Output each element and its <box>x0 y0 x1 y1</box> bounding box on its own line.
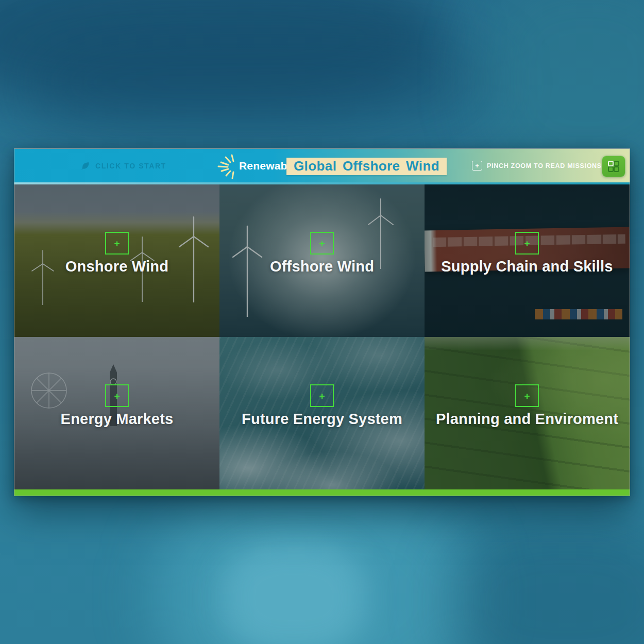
tile-onshore-wind[interactable]: + Onshore Wind <box>14 184 219 337</box>
click-to-start-label: CLICK TO START <box>95 162 166 170</box>
pinch-zoom-hint: + PINCH ZOOM TO READ MISSIONS <box>472 149 602 182</box>
tile-label: Onshore Wind <box>65 258 168 275</box>
plus-target-icon[interactable]: + <box>105 232 129 255</box>
background-blur-shape <box>222 541 366 644</box>
tile-content: + Future Energy System <box>219 337 425 482</box>
mission-tile-grid: + Onshore Wind <box>14 184 630 489</box>
tile-label: Offshore Wind <box>270 258 374 275</box>
tile-future-energy-system[interactable]: + Future Energy System <box>219 337 425 489</box>
header-bar: CLICK TO START Renewable UK Global Offsh… <box>14 149 630 182</box>
plus-target-icon[interactable]: + <box>515 384 539 407</box>
footer-accent-bar <box>14 489 630 496</box>
tile-content: + Planning and Enviroment <box>425 337 630 482</box>
background-blur-shape <box>448 520 644 644</box>
tile-supply-chain-and-skills[interactable]: + Supply Chain and Skills <box>425 184 630 337</box>
click-to-start[interactable]: CLICK TO START <box>80 149 166 182</box>
plus-target-icon[interactable]: + <box>310 232 334 255</box>
tile-content: + Supply Chain and Skills <box>425 184 630 330</box>
tile-content: + Offshore Wind <box>219 184 425 330</box>
tile-label: Energy Markets <box>61 411 174 428</box>
plus-target-icon[interactable]: + <box>105 384 129 407</box>
tile-offshore-wind[interactable]: + Offshore Wind <box>219 184 425 337</box>
menu-grid-button[interactable] <box>602 156 625 177</box>
tile-label: Planning and Enviroment <box>436 411 618 428</box>
pinch-zoom-label: PINCH ZOOM TO READ MISSIONS <box>487 162 602 170</box>
tile-energy-markets[interactable]: + Energy Markets <box>14 337 219 489</box>
tile-label: Future Energy System <box>242 411 402 428</box>
tile-content: + Onshore Wind <box>14 184 219 330</box>
plus-target-icon[interactable]: + <box>515 232 539 255</box>
tile-label: Supply Chain and Skills <box>441 258 613 275</box>
leaf-icon <box>80 161 91 171</box>
background-blur-shape <box>31 31 495 134</box>
page-title: Global Offshore Wind <box>286 158 447 175</box>
plus-icon: + <box>472 161 482 171</box>
tile-content: + Energy Markets <box>14 337 219 482</box>
grid-icon <box>607 160 620 173</box>
plus-target-icon[interactable]: + <box>310 384 334 407</box>
kiosk-screen: CLICK TO START Renewable UK Global Offsh… <box>14 148 630 496</box>
tile-planning-and-enviroment[interactable]: + Planning and Enviroment <box>425 337 630 489</box>
sunburst-icon <box>216 152 238 180</box>
